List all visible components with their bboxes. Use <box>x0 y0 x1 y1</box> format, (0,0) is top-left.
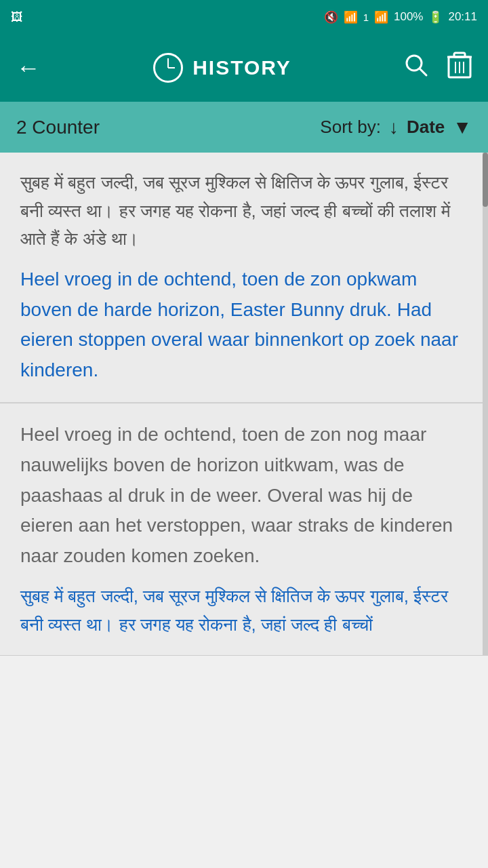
status-right-icons: 🔇 📶 1 📶 100% 🔋 20:11 <box>324 10 477 24</box>
signal-icon: 📶 <box>374 10 388 24</box>
translated-text-2: सुबह में बहुत जल्दी, जब सूरज मुश्किल से … <box>20 583 461 639</box>
history-item[interactable]: सुबह में बहुत जल्दी, जब सूरज मुश्किल से … <box>0 153 488 403</box>
status-left-icons: 🖼 <box>11 10 23 24</box>
search-button[interactable] <box>404 53 428 83</box>
sort-direction-icon: ↓ <box>389 117 399 138</box>
history-clock-icon <box>153 53 183 83</box>
delete-button[interactable] <box>447 50 472 86</box>
wifi-icon: 📶 <box>344 10 358 24</box>
image-icon: 🖼 <box>11 10 23 24</box>
status-bar: 🖼 🔇 📶 1 📶 100% 🔋 20:11 <box>0 0 488 34</box>
source-text-1: सुबह में बहुत जल्दी, जब सूरज मुश्किल से … <box>20 169 461 254</box>
sort-section[interactable]: Sort by: ↓ Date ▼ <box>320 117 472 138</box>
scrollbar-thumb[interactable] <box>483 153 488 207</box>
back-button[interactable]: ← <box>16 54 41 82</box>
scrollbar[interactable] <box>483 153 488 656</box>
history-item[interactable]: Heel vroeg in de ochtend, toen de zon no… <box>0 403 488 656</box>
source-text-2: Heel vroeg in de ochtend, toen de zon no… <box>20 420 461 572</box>
svg-line-1 <box>420 68 426 75</box>
translated-text-1: Heel vroeg in de ochtend, toen de zon op… <box>20 264 461 386</box>
mute-icon: 🔇 <box>324 10 338 24</box>
toolbar-center: HISTORY <box>153 53 291 83</box>
battery-icon: 🔋 <box>428 10 443 24</box>
filter-bar: 2 Counter Sort by: ↓ Date ▼ <box>0 102 488 153</box>
sort-value: Date <box>407 117 445 138</box>
sort-by-label: Sort by: <box>320 117 381 138</box>
network-icon: 1 <box>363 12 369 23</box>
clock-display: 20:11 <box>448 10 477 24</box>
counter-label: 2 Counter <box>16 117 100 138</box>
toolbar: ← HISTORY <box>0 34 488 102</box>
content-area: सुबह में बहुत जल्दी, जब सूरज मुश्किल से … <box>0 153 488 656</box>
battery-percent: 100% <box>394 10 423 24</box>
page-title: HISTORY <box>192 56 291 79</box>
dropdown-arrow-icon[interactable]: ▼ <box>453 117 472 138</box>
svg-rect-4 <box>454 53 465 57</box>
